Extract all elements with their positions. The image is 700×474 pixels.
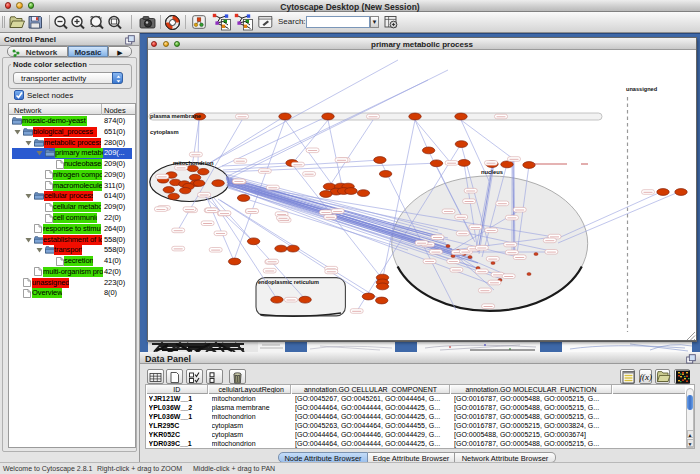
svg-text:mitochondrion: mitochondrion	[173, 160, 214, 166]
svg-text:unassigned: unassigned	[626, 86, 658, 92]
svg-text:cytoplasm: cytoplasm	[150, 129, 179, 135]
svg-text:plasma membrane: plasma membrane	[150, 113, 202, 119]
svg-text:endoplasmic reticulum: endoplasmic reticulum	[258, 279, 319, 285]
svg-text:nucleus: nucleus	[481, 169, 503, 175]
